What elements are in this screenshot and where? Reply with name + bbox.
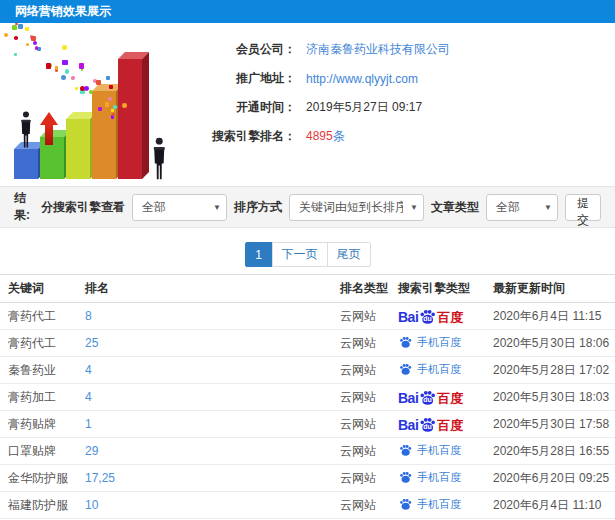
pagination-wrap: 1 下一页 尾页 [0,242,615,267]
rank-type-cell: 云网站 [340,497,398,514]
info-row-opened: 开通时间： 2019年5月27日 09:17 [200,93,450,122]
baidu-paw-icon [399,444,412,456]
baidu-logo: Baidu百度 [398,308,463,324]
ranking-value: 4895条 [306,128,345,145]
sort-select[interactable]: 关键词由短到长排序 [289,194,424,221]
col-keyword: 关键词 [0,280,85,297]
article-type-label: 文章类型 [431,199,479,216]
updated-cell: 2020年5月28日 17:02 [493,362,615,379]
rank-link[interactable]: 4 [85,363,340,377]
next-page-button[interactable]: 下一页 [272,242,328,267]
confetti-dot [46,63,51,68]
last-page-button[interactable]: 尾页 [327,242,371,267]
confetti-dot [55,66,58,69]
sort-select-wrap: 关键词由短到长排序 ▼ [289,194,424,221]
col-engine-type: 搜索引擎类型 [398,280,493,297]
keyword-table: 关键词 排名 排名类型 搜索引擎类型 最新更新时间 膏药代工8云网站Baidu百… [0,274,615,520]
pagination: 1 下一页 尾页 [245,242,371,267]
chart-bar [14,149,38,179]
info-row-url: 推广地址： http://www.qlyyjt.com [200,64,450,93]
rank-type-cell: 云网站 [340,389,398,406]
company-label: 会员公司： [200,41,296,58]
article-type-select[interactable]: 全部 [486,194,558,221]
updated-cell: 2020年6月4日 11:15 [493,308,615,325]
page-1-button[interactable]: 1 [245,242,273,267]
mobile-baidu-paw-icon [398,498,412,510]
engine-select-wrap: 全部 ▼ [132,194,227,221]
mobile-baidu-text: 手机百度 [417,497,461,512]
baidu-paw-icon [399,363,412,375]
ranking-count: 4895 [306,129,333,143]
keyword-cell: 膏药代工 [0,335,85,352]
col-rank-type: 排名类型 [340,280,398,297]
engine-select[interactable]: 全部 [132,194,227,221]
confetti-dot [109,85,113,89]
table-row: 口罩贴牌29云网站手机百度2020年5月28日 16:55 [0,438,615,465]
engine-cell: Baidu百度 [398,416,493,433]
rank-link[interactable]: 8 [85,309,340,323]
baidu-paw-icon: du [419,416,436,433]
article-select-wrap: 全部 ▼ [486,194,558,221]
confetti-dot [62,45,67,50]
company-link[interactable]: 济南秦鲁药业科技有限公司 [306,41,450,58]
businessman-figure [150,137,168,181]
confetti-dot [12,25,16,29]
baidu-paw-icon [399,336,412,348]
engine-cell: 手机百度 [398,497,493,514]
rank-link[interactable]: 29 [85,444,340,458]
baidu-paw-icon [399,471,412,483]
info-row-company: 会员公司： 济南秦鲁药业科技有限公司 [200,35,450,64]
bar-chart-illustration [4,27,184,187]
table-row: 金华防护服17,25云网站手机百度2020年6月20日 09:25 [0,465,615,492]
growth-arrow [40,112,58,145]
rank-link[interactable]: 10 [85,498,340,512]
mobile-baidu-logo: 手机百度 [398,362,461,377]
mobile-baidu-paw-icon [398,336,412,348]
keyword-cell: 金华防护服 [0,470,85,487]
mobile-baidu-text: 手机百度 [417,443,461,458]
filter-controls: 分搜索引擎查看 全部 ▼ 排序方式 关键词由短到长排序 ▼ 文章类型 全部 ▼ … [41,194,601,221]
engine-filter-label: 分搜索引擎查看 [41,199,125,216]
keyword-cell: 福建防护服 [0,497,85,514]
rank-link[interactable]: 17,25 [85,471,340,485]
rank-link[interactable]: 1 [85,417,340,431]
submit-button[interactable]: 提交 [565,194,601,221]
updated-cell: 2020年5月30日 18:06 [493,335,615,352]
info-row-ranking: 搜索引擎排名： 4895条 [200,122,450,151]
updated-cell: 2020年5月30日 18:03 [493,389,615,406]
promotion-url-link[interactable]: http://www.qlyyjt.com [306,72,418,86]
chart-bar [66,119,90,179]
url-label: 推广地址： [200,70,296,87]
confetti-dot [106,76,110,80]
confetti-dot [113,105,117,109]
baidu-logo: Baidu百度 [398,389,463,405]
mobile-baidu-paw-icon [398,471,412,483]
result-label: 结果: [14,190,41,224]
rank-link[interactable]: 4 [85,390,340,404]
engine-cell: 手机百度 [398,470,493,487]
rank-type-cell: 云网站 [340,362,398,379]
updated-cell: 2020年6月20日 09:25 [493,470,615,487]
opened-label: 开通时间： [200,99,296,116]
rank-link[interactable]: 25 [85,336,340,350]
keyword-cell: 口罩贴牌 [0,443,85,460]
baidu-paw-icon [399,498,412,510]
baidu-cn-text: 百度 [437,392,463,405]
table-row: 膏药贴牌1云网站Baidu百度2020年5月30日 17:58 [0,411,615,438]
engine-cell: 手机百度 [398,443,493,460]
engine-cell: 手机百度 [398,335,493,352]
confetti-dot [31,36,36,41]
confetti-dot [18,24,23,29]
updated-cell: 2020年5月28日 16:55 [493,443,615,460]
engine-cell: Baidu百度 [398,308,493,325]
confetti-dot [96,80,101,85]
opened-time: 2019年5月27日 09:17 [306,99,422,116]
mobile-baidu-text: 手机百度 [417,362,461,377]
baidu-paw-icon: du [419,308,436,325]
table-row: 膏药代工8云网站Baidu百度2020年6月4日 11:15 [0,303,615,330]
rank-type-cell: 云网站 [340,470,398,487]
confetti-dot [62,60,67,65]
confetti-dot [111,115,114,118]
mobile-baidu-logo: 手机百度 [398,335,461,350]
info-section: 会员公司： 济南秦鲁药业科技有限公司 推广地址： http://www.qlyy… [0,23,615,186]
